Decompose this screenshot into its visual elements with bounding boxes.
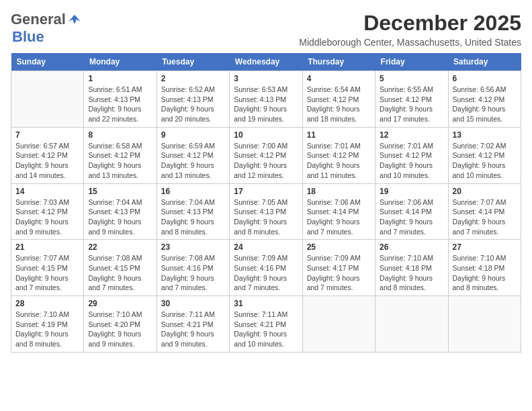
day-number: 15 [88, 187, 152, 196]
calendar-cell: 4Sunrise: 6:54 AM Sunset: 4:12 PM Daylig… [302, 71, 375, 128]
day-info: Sunrise: 7:09 AM Sunset: 4:16 PM Dayligh… [234, 253, 298, 293]
calendar-cell: 26Sunrise: 7:10 AM Sunset: 4:18 PM Dayli… [375, 240, 448, 296]
weekday-header-tuesday: Tuesday [157, 53, 229, 71]
day-number: 24 [234, 242, 298, 252]
day-info: Sunrise: 7:10 AM Sunset: 4:20 PM Dayligh… [88, 310, 152, 349]
day-number: 19 [380, 187, 443, 196]
calendar-cell: 8Sunrise: 6:58 AM Sunset: 4:12 PM Daylig… [84, 127, 157, 183]
week-row-4: 21Sunrise: 7:07 AM Sunset: 4:15 PM Dayli… [11, 240, 521, 296]
day-info: Sunrise: 7:06 AM Sunset: 4:14 PM Dayligh… [307, 197, 371, 237]
weekday-header-friday: Friday [375, 53, 448, 71]
day-number: 20 [453, 187, 517, 196]
day-info: Sunrise: 7:10 AM Sunset: 4:19 PM Dayligh… [15, 310, 79, 349]
calendar-cell: 19Sunrise: 7:06 AM Sunset: 4:14 PM Dayli… [375, 183, 448, 240]
calendar-cell: 15Sunrise: 7:04 AM Sunset: 4:13 PM Dayli… [84, 183, 157, 240]
weekday-header-sunday: Sunday [11, 53, 84, 71]
calendar-cell [302, 296, 375, 353]
page-header: General Blue December 2025 Middleborough… [11, 11, 521, 48]
weekday-header-wednesday: Wednesday [230, 53, 302, 71]
calendar-cell: 27Sunrise: 7:10 AM Sunset: 4:18 PM Dayli… [448, 240, 521, 296]
calendar-cell: 28Sunrise: 7:10 AM Sunset: 4:19 PM Dayli… [11, 296, 84, 353]
logo-general-text: General [11, 11, 66, 28]
day-info: Sunrise: 7:02 AM Sunset: 4:12 PM Dayligh… [453, 141, 517, 181]
logo: General Blue [11, 11, 82, 46]
calendar-cell: 29Sunrise: 7:10 AM Sunset: 4:20 PM Dayli… [84, 296, 157, 353]
day-number: 31 [234, 299, 298, 308]
calendar-cell: 10Sunrise: 7:00 AM Sunset: 4:12 PM Dayli… [230, 127, 302, 183]
calendar-cell: 3Sunrise: 6:53 AM Sunset: 4:13 PM Daylig… [230, 71, 302, 128]
calendar-cell: 11Sunrise: 7:01 AM Sunset: 4:12 PM Dayli… [302, 127, 375, 183]
calendar-cell: 14Sunrise: 7:03 AM Sunset: 4:12 PM Dayli… [11, 183, 84, 240]
calendar-cell: 1Sunrise: 6:51 AM Sunset: 4:13 PM Daylig… [84, 71, 157, 128]
calendar-cell: 21Sunrise: 7:07 AM Sunset: 4:15 PM Dayli… [11, 240, 84, 296]
day-number: 28 [15, 299, 79, 308]
day-info: Sunrise: 6:55 AM Sunset: 4:12 PM Dayligh… [380, 85, 443, 124]
calendar-cell: 7Sunrise: 6:57 AM Sunset: 4:12 PM Daylig… [11, 127, 84, 183]
day-info: Sunrise: 7:03 AM Sunset: 4:12 PM Dayligh… [15, 197, 79, 237]
day-info: Sunrise: 7:01 AM Sunset: 4:12 PM Dayligh… [380, 141, 443, 181]
calendar-cell: 31Sunrise: 7:11 AM Sunset: 4:21 PM Dayli… [230, 296, 302, 353]
svg-marker-0 [69, 15, 81, 24]
calendar-cell: 24Sunrise: 7:09 AM Sunset: 4:16 PM Dayli… [230, 240, 302, 296]
calendar-cell: 2Sunrise: 6:52 AM Sunset: 4:13 PM Daylig… [157, 71, 229, 128]
week-row-2: 7Sunrise: 6:57 AM Sunset: 4:12 PM Daylig… [11, 127, 521, 183]
day-number: 5 [380, 74, 443, 83]
day-number: 23 [161, 242, 225, 252]
weekday-header-monday: Monday [84, 53, 157, 71]
day-info: Sunrise: 6:53 AM Sunset: 4:13 PM Dayligh… [234, 85, 298, 124]
day-number: 29 [88, 299, 152, 308]
calendar-cell: 17Sunrise: 7:05 AM Sunset: 4:13 PM Dayli… [230, 183, 302, 240]
day-info: Sunrise: 6:56 AM Sunset: 4:12 PM Dayligh… [453, 85, 517, 124]
calendar-cell: 5Sunrise: 6:55 AM Sunset: 4:12 PM Daylig… [375, 71, 448, 128]
calendar-cell [11, 71, 84, 128]
calendar-cell [448, 296, 521, 353]
calendar-cell: 12Sunrise: 7:01 AM Sunset: 4:12 PM Dayli… [375, 127, 448, 183]
day-info: Sunrise: 6:52 AM Sunset: 4:13 PM Dayligh… [161, 85, 225, 124]
day-info: Sunrise: 7:07 AM Sunset: 4:14 PM Dayligh… [453, 197, 517, 237]
day-number: 17 [234, 187, 298, 196]
day-info: Sunrise: 7:08 AM Sunset: 4:15 PM Dayligh… [88, 253, 152, 293]
day-number: 10 [234, 130, 298, 140]
location-text: Middleborough Center, Massachusetts, Uni… [299, 37, 521, 48]
calendar-table: SundayMondayTuesdayWednesdayThursdayFrid… [11, 53, 521, 353]
calendar-cell: 30Sunrise: 7:11 AM Sunset: 4:21 PM Dayli… [157, 296, 229, 353]
day-number: 8 [88, 130, 152, 140]
month-title: December 2025 [299, 11, 521, 36]
calendar-cell: 22Sunrise: 7:08 AM Sunset: 4:15 PM Dayli… [84, 240, 157, 296]
day-info: Sunrise: 7:07 AM Sunset: 4:15 PM Dayligh… [15, 253, 79, 293]
calendar-cell: 6Sunrise: 6:56 AM Sunset: 4:12 PM Daylig… [448, 71, 521, 128]
day-number: 25 [307, 242, 371, 252]
day-info: Sunrise: 7:08 AM Sunset: 4:16 PM Dayligh… [161, 253, 225, 293]
day-info: Sunrise: 7:09 AM Sunset: 4:17 PM Dayligh… [307, 253, 371, 293]
weekday-header-thursday: Thursday [302, 53, 375, 71]
day-number: 9 [161, 130, 225, 140]
day-number: 27 [453, 242, 517, 252]
day-info: Sunrise: 7:06 AM Sunset: 4:14 PM Dayligh… [380, 197, 443, 237]
day-number: 2 [161, 74, 225, 83]
logo-blue-text: Blue [12, 28, 44, 46]
calendar-cell: 16Sunrise: 7:04 AM Sunset: 4:13 PM Dayli… [157, 183, 229, 240]
day-info: Sunrise: 7:10 AM Sunset: 4:18 PM Dayligh… [453, 253, 517, 293]
day-number: 3 [234, 74, 298, 83]
calendar-cell: 25Sunrise: 7:09 AM Sunset: 4:17 PM Dayli… [302, 240, 375, 296]
title-section: December 2025 Middleborough Center, Mass… [299, 11, 521, 48]
day-number: 14 [15, 187, 79, 196]
day-info: Sunrise: 7:00 AM Sunset: 4:12 PM Dayligh… [234, 141, 298, 181]
calendar-cell: 20Sunrise: 7:07 AM Sunset: 4:14 PM Dayli… [448, 183, 521, 240]
day-info: Sunrise: 6:54 AM Sunset: 4:12 PM Dayligh… [307, 85, 371, 124]
day-number: 1 [88, 74, 152, 83]
day-info: Sunrise: 6:59 AM Sunset: 4:12 PM Dayligh… [161, 141, 225, 181]
day-number: 18 [307, 187, 371, 196]
day-info: Sunrise: 6:58 AM Sunset: 4:12 PM Dayligh… [88, 141, 152, 181]
day-info: Sunrise: 6:57 AM Sunset: 4:12 PM Dayligh… [15, 141, 79, 181]
calendar-cell: 9Sunrise: 6:59 AM Sunset: 4:12 PM Daylig… [157, 127, 229, 183]
day-number: 22 [88, 242, 152, 252]
day-info: Sunrise: 7:11 AM Sunset: 4:21 PM Dayligh… [161, 310, 225, 349]
calendar-cell: 18Sunrise: 7:06 AM Sunset: 4:14 PM Dayli… [302, 183, 375, 240]
day-info: Sunrise: 7:01 AM Sunset: 4:12 PM Dayligh… [307, 141, 371, 181]
calendar-cell [375, 296, 448, 353]
day-number: 21 [15, 242, 79, 252]
week-row-5: 28Sunrise: 7:10 AM Sunset: 4:19 PM Dayli… [11, 296, 521, 353]
weekday-header-saturday: Saturday [448, 53, 521, 71]
calendar-cell: 23Sunrise: 7:08 AM Sunset: 4:16 PM Dayli… [157, 240, 229, 296]
